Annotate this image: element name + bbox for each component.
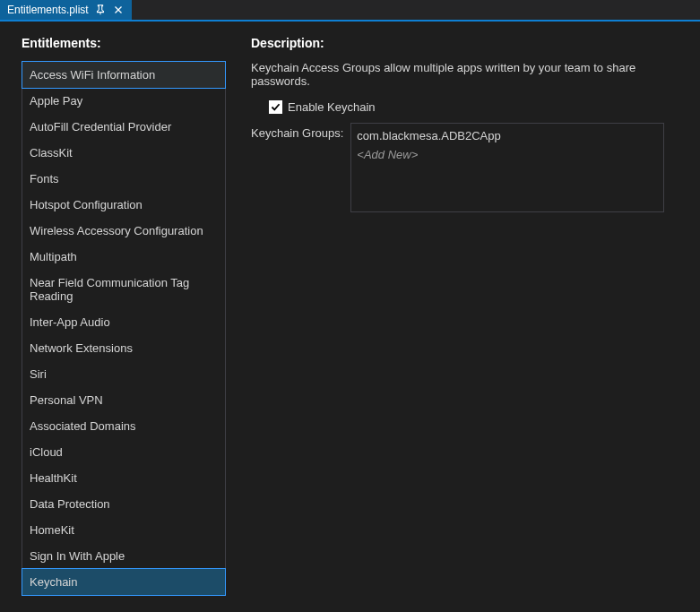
- enable-keychain-checkbox[interactable]: [269, 100, 282, 114]
- description-heading: Description:: [251, 36, 678, 50]
- list-item[interactable]: Near Field Communication Tag Reading: [22, 270, 225, 309]
- list-item[interactable]: Data Protection: [22, 491, 225, 517]
- keychain-group-add[interactable]: <Add New>: [357, 144, 658, 165]
- list-item[interactable]: Sign In With Apple: [22, 543, 225, 569]
- list-item[interactable]: HealthKit: [22, 465, 225, 491]
- description-text: Keychain Access Groups allow multiple ap…: [251, 61, 678, 88]
- list-item[interactable]: Apple Pay: [22, 88, 225, 114]
- entitlements-panel: Entitlements: Access WiFi Information Ap…: [22, 36, 226, 596]
- content-area: Entitlements: Access WiFi Information Ap…: [0, 22, 700, 610]
- list-item[interactable]: Network Extensions: [22, 335, 225, 361]
- list-item[interactable]: HomeKit: [22, 517, 225, 543]
- keychain-groups-box[interactable]: com.blackmesa.ADB2CApp <Add New>: [350, 123, 664, 212]
- list-item[interactable]: Inter-App Audio: [22, 309, 225, 335]
- pin-icon[interactable]: [94, 4, 107, 16]
- list-item[interactable]: ClassKit: [22, 140, 225, 166]
- list-item[interactable]: iCloud: [22, 439, 225, 465]
- tab-bar: Entitlements.plist: [0, 0, 700, 22]
- list-item[interactable]: Keychain: [22, 568, 226, 596]
- entitlements-heading: Entitlements:: [22, 36, 226, 50]
- keychain-groups-row: Keychain Groups: com.blackmesa.ADB2CApp …: [251, 123, 678, 212]
- enable-keychain-row: Enable Keychain: [269, 100, 678, 114]
- description-panel: Description: Keychain Access Groups allo…: [251, 36, 678, 596]
- keychain-group-entry[interactable]: com.blackmesa.ADB2CApp: [357, 127, 658, 144]
- tab-entitlements[interactable]: Entitlements.plist: [0, 0, 132, 20]
- list-item[interactable]: Wireless Accessory Configuration: [22, 218, 225, 244]
- list-item[interactable]: Fonts: [22, 166, 225, 192]
- enable-keychain-label: Enable Keychain: [288, 100, 376, 114]
- list-item[interactable]: Associated Domains: [22, 413, 225, 439]
- list-item[interactable]: Personal VPN: [22, 387, 225, 413]
- list-item[interactable]: Siri: [22, 361, 225, 387]
- tab-title: Entitlements.plist: [7, 4, 89, 16]
- list-item[interactable]: Hotspot Configuration: [22, 192, 225, 218]
- list-item[interactable]: AutoFill Credential Provider: [22, 114, 225, 140]
- list-item[interactable]: Access WiFi Information: [22, 61, 226, 89]
- entitlements-list: Access WiFi Information Apple Pay AutoFi…: [22, 61, 226, 596]
- keychain-groups-label: Keychain Groups:: [251, 123, 343, 140]
- close-icon[interactable]: [112, 4, 125, 16]
- list-item[interactable]: Multipath: [22, 244, 225, 270]
